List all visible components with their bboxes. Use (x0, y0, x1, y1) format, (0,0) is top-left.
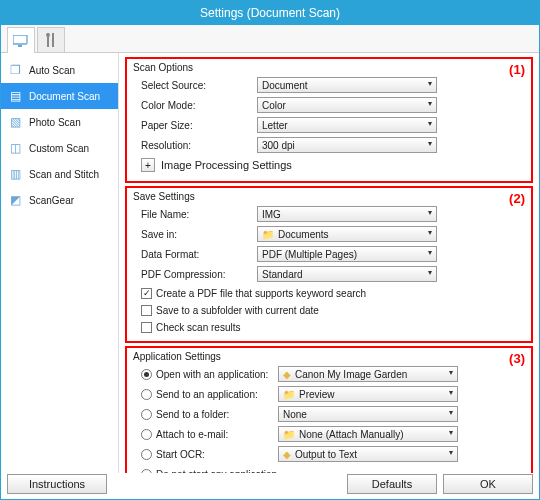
start-ocr-dropdown[interactable]: ◆Output to Text (278, 446, 458, 462)
sidebar-item-scan-stitch[interactable]: ▥ Scan and Stitch (1, 161, 118, 187)
svg-point-4 (46, 33, 50, 37)
resolution-dropdown[interactable]: 300 dpi (257, 137, 437, 153)
data-format-label: Data Format: (141, 249, 257, 260)
send-to-app-radio[interactable] (141, 389, 152, 400)
send-to-folder-label: Send to a folder: (156, 409, 274, 420)
folder-icon: 📁 (262, 229, 274, 240)
tools-icon (45, 33, 57, 47)
sidebar-item-label: Custom Scan (29, 143, 89, 154)
save-in-label: Save in: (141, 229, 257, 240)
color-mode-label: Color Mode: (141, 100, 257, 111)
section-number-3: (3) (509, 351, 525, 366)
start-ocr-radio[interactable] (141, 449, 152, 460)
scan-options-section: (1) Scan Options Select Source: Document… (125, 57, 533, 183)
window-title: Settings (Document Scan) (200, 6, 340, 20)
document-scan-icon: ▤ (7, 89, 23, 103)
paper-size-label: Paper Size: (141, 120, 257, 131)
select-source-label: Select Source: (141, 80, 257, 91)
send-to-folder-radio[interactable] (141, 409, 152, 420)
scan-stitch-icon: ▥ (7, 167, 23, 181)
resolution-label: Resolution: (141, 140, 257, 151)
paper-size-dropdown[interactable]: Letter (257, 117, 437, 133)
scan-options-title: Scan Options (133, 62, 525, 73)
sidebar-item-scangear[interactable]: ◩ ScanGear (1, 187, 118, 213)
image-processing-label: Image Processing Settings (161, 159, 292, 171)
defaults-button[interactable]: Defaults (347, 474, 437, 494)
ocr-icon: ◆ (283, 449, 291, 460)
save-in-dropdown[interactable]: 📁Documents (257, 226, 437, 242)
start-ocr-label: Start OCR: (156, 449, 274, 460)
sidebar-item-label: Document Scan (29, 91, 100, 102)
expand-image-processing-button[interactable]: + (141, 158, 155, 172)
button-bar: Instructions Defaults OK (7, 474, 533, 494)
body: ❐ Auto Scan ▤ Document Scan ▧ Photo Scan… (1, 53, 539, 473)
scan-from-computer-tab[interactable] (7, 27, 35, 53)
file-name-label: File Name: (141, 209, 257, 220)
keyword-search-label: Create a PDF file that supports keyword … (156, 288, 366, 299)
no-start-label: Do not start any application (156, 469, 277, 474)
sidebar-item-custom-scan[interactable]: ◫ Custom Scan (1, 135, 118, 161)
svg-rect-0 (13, 35, 27, 44)
scangear-icon: ◩ (7, 193, 23, 207)
app-icon: ◆ (283, 369, 291, 380)
monitor-icon (13, 35, 29, 47)
sidebar-item-label: Auto Scan (29, 65, 75, 76)
sidebar-item-label: ScanGear (29, 195, 74, 206)
check-results-checkbox[interactable] (141, 322, 152, 333)
file-name-field[interactable]: IMG (257, 206, 437, 222)
mail-icon: 📁 (283, 429, 295, 440)
pdf-compression-label: PDF Compression: (141, 269, 257, 280)
no-start-radio[interactable] (141, 469, 152, 474)
settings-window: Settings (Document Scan) ❐ Auto Scan ▤ D… (0, 0, 540, 500)
photo-scan-icon: ▧ (7, 115, 23, 129)
send-to-app-dropdown[interactable]: 📁Preview (278, 386, 458, 402)
tools-tab[interactable] (37, 27, 65, 53)
open-with-app-radio[interactable] (141, 369, 152, 380)
instructions-button[interactable]: Instructions (7, 474, 107, 494)
section-number-2: (2) (509, 191, 525, 206)
sidebar-item-label: Photo Scan (29, 117, 81, 128)
sidebar-item-photo-scan[interactable]: ▧ Photo Scan (1, 109, 118, 135)
main-panel: (1) Scan Options Select Source: Document… (119, 53, 539, 473)
send-to-folder-dropdown[interactable]: None (278, 406, 458, 422)
attach-email-label: Attach to e-mail: (156, 429, 274, 440)
open-with-app-dropdown[interactable]: ◆Canon My Image Garden (278, 366, 458, 382)
sidebar-item-label: Scan and Stitch (29, 169, 99, 180)
color-mode-dropdown[interactable]: Color (257, 97, 437, 113)
auto-scan-icon: ❐ (7, 63, 23, 77)
svg-rect-3 (52, 33, 54, 47)
sidebar-item-document-scan[interactable]: ▤ Document Scan (1, 83, 118, 109)
send-to-app-label: Send to an application: (156, 389, 274, 400)
keyword-search-checkbox[interactable]: ✓ (141, 288, 152, 299)
sidebar-item-auto-scan[interactable]: ❐ Auto Scan (1, 57, 118, 83)
data-format-dropdown[interactable]: PDF (Multiple Pages) (257, 246, 437, 262)
ok-button[interactable]: OK (443, 474, 533, 494)
open-with-app-label: Open with an application: (156, 369, 274, 380)
pdf-compression-dropdown[interactable]: Standard (257, 266, 437, 282)
save-settings-title: Save Settings (133, 191, 525, 202)
check-results-label: Check scan results (156, 322, 240, 333)
subfolder-checkbox[interactable] (141, 305, 152, 316)
application-settings-section: (3) Application Settings Open with an ap… (125, 346, 533, 473)
subfolder-label: Save to a subfolder with current date (156, 305, 319, 316)
attach-email-radio[interactable] (141, 429, 152, 440)
attach-email-dropdown[interactable]: 📁None (Attach Manually) (278, 426, 458, 442)
select-source-dropdown[interactable]: Document (257, 77, 437, 93)
titlebar: Settings (Document Scan) (1, 1, 539, 25)
svg-rect-1 (18, 45, 22, 47)
save-settings-section: (2) Save Settings File Name: IMG Save in… (125, 186, 533, 343)
custom-scan-icon: ◫ (7, 141, 23, 155)
section-number-1: (1) (509, 62, 525, 77)
sidebar: ❐ Auto Scan ▤ Document Scan ▧ Photo Scan… (1, 53, 119, 473)
preview-icon: 📁 (283, 389, 295, 400)
toolbar (1, 25, 539, 53)
application-settings-title: Application Settings (133, 351, 525, 362)
